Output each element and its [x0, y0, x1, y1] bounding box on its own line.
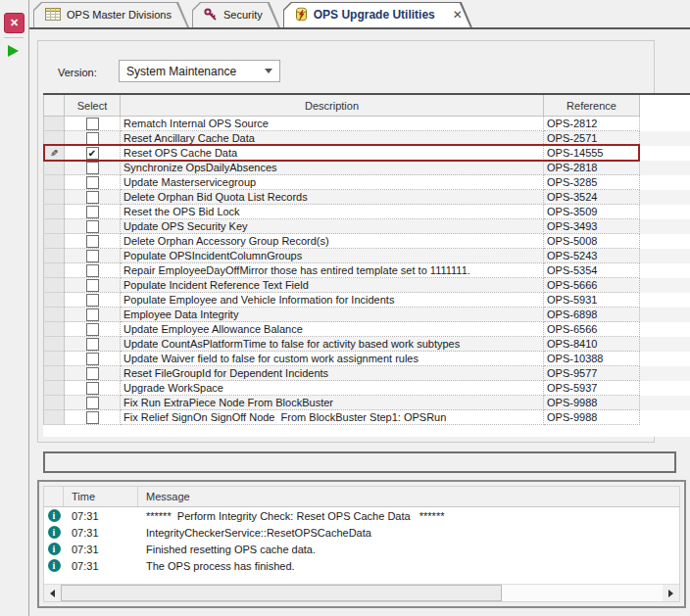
- grid-row[interactable]: Fix Run ExtraPiece Node From BlockBuster…: [43, 396, 690, 410]
- select-cell[interactable]: [65, 366, 121, 381]
- row-checkbox[interactable]: [86, 279, 99, 292]
- log-horizontal-scrollbar[interactable]: [44, 584, 679, 601]
- grid-row[interactable]: Employee Data IntegrityOPS-6898: [43, 308, 690, 322]
- select-cell[interactable]: [65, 396, 121, 410]
- grid-row[interactable]: Reset Ancillary Cache DataOPS-2571: [43, 131, 690, 146]
- play-icon[interactable]: [8, 45, 19, 57]
- grid-header-row: Select Description Reference: [43, 95, 690, 117]
- row-checkbox[interactable]: [86, 220, 99, 233]
- grid-header-select[interactable]: Select: [65, 95, 121, 117]
- row-checkbox[interactable]: [86, 338, 99, 351]
- row-checkbox[interactable]: [86, 397, 99, 409]
- pencil-icon: ✎: [50, 148, 58, 159]
- reference-cell: OPS-3493: [544, 219, 640, 234]
- description-cell: Delete Orphan Bid Quota List Records: [121, 190, 544, 205]
- grid-header-reference[interactable]: Reference: [544, 95, 640, 117]
- grid-row[interactable]: Delete Orphan Bid Quota List RecordsOPS-…: [43, 190, 690, 205]
- tab-ops-master-divisions[interactable]: OPS Master Divisions: [33, 2, 189, 27]
- grid-row[interactable]: Update Employee Allowance BalanceOPS-656…: [43, 322, 690, 337]
- select-cell[interactable]: [65, 131, 121, 146]
- select-cell[interactable]: [65, 263, 121, 278]
- scrollbar-thumb[interactable]: [61, 585, 502, 601]
- tab-close-icon[interactable]: ✕: [453, 8, 463, 22]
- select-cell[interactable]: [65, 205, 121, 219]
- select-cell[interactable]: [65, 381, 121, 396]
- grid-row[interactable]: Populate OPSIncidentColumnGroupsOPS-5243: [43, 249, 690, 263]
- tab-security[interactable]: Security: [192, 2, 280, 27]
- row-indicator: [43, 410, 65, 425]
- grid-row[interactable]: Reset the OPS Bid LockOPS-3509: [43, 205, 690, 219]
- grid-row[interactable]: Synchronize OpsDailyAbsencesOPS-2818: [43, 161, 690, 175]
- select-cell[interactable]: [65, 322, 121, 337]
- version-dropdown-value: System Maintenance: [126, 65, 236, 78]
- row-checkbox[interactable]: [86, 162, 99, 174]
- select-cell[interactable]: [65, 293, 121, 308]
- scroll-left-button[interactable]: [44, 585, 61, 601]
- select-cell[interactable]: [65, 190, 121, 205]
- select-cell[interactable]: [65, 219, 121, 234]
- row-checkbox[interactable]: [86, 353, 99, 365]
- select-cell[interactable]: [65, 278, 121, 293]
- grid-row[interactable]: Reset FileGroupId for Dependent Incident…: [43, 366, 690, 381]
- row-checkbox[interactable]: [86, 206, 99, 218]
- reference-cell: OPS-9988: [544, 396, 640, 410]
- select-cell[interactable]: [65, 410, 121, 425]
- select-cell[interactable]: [65, 117, 121, 131]
- row-checkbox[interactable]: ✔: [86, 147, 99, 160]
- row-checkbox[interactable]: [86, 294, 99, 307]
- reference-cell: OPS-6566: [544, 322, 640, 337]
- log-header-message[interactable]: Message: [138, 487, 679, 506]
- log-time: 07:31: [64, 527, 138, 539]
- grid-row[interactable]: Populate Incident Reference Text FieldOP…: [43, 278, 690, 293]
- reference-cell: OPS-3509: [544, 205, 640, 219]
- arrow-right-icon: [668, 590, 673, 597]
- grid-row[interactable]: Rematch Internal OPS SourceOPS-2812: [43, 117, 690, 131]
- grid-row[interactable]: Delete Orphan Accessory Group Record(s)O…: [43, 234, 690, 249]
- version-dropdown[interactable]: System Maintenance: [119, 60, 280, 82]
- description-cell: Populate Employee and Vehicle Informatio…: [121, 293, 544, 308]
- select-cell[interactable]: [65, 161, 121, 175]
- tab-ops-upgrade-utilities[interactable]: OPS Upgrade Utilities ✕: [283, 2, 472, 27]
- description-cell: Update CountAsPlatformTime to false for …: [121, 337, 544, 352]
- row-indicator: [43, 293, 65, 308]
- row-checkbox[interactable]: [86, 382, 99, 395]
- row-checkbox[interactable]: [86, 235, 99, 248]
- reference-cell: OPS-10388: [544, 352, 640, 366]
- row-checkbox[interactable]: [86, 191, 99, 204]
- row-checkbox[interactable]: [86, 308, 99, 321]
- info-icon: i: [44, 559, 64, 572]
- select-cell[interactable]: [65, 234, 121, 249]
- select-cell[interactable]: [65, 249, 121, 263]
- row-checkbox[interactable]: [86, 367, 99, 380]
- row-checkbox[interactable]: [86, 264, 99, 277]
- row-checkbox[interactable]: [86, 132, 99, 145]
- description-cell: Fix Relief SignOn SignOff Node From Bloc…: [121, 410, 544, 425]
- row-checkbox[interactable]: [86, 176, 99, 189]
- reference-cell: OPS-3285: [544, 175, 640, 190]
- grid-row[interactable]: Update CountAsPlatformTime to false for …: [43, 337, 690, 352]
- select-cell[interactable]: [65, 337, 121, 352]
- grid-row[interactable]: Populate Employee and Vehicle Informatio…: [43, 293, 690, 308]
- scrollbar-track[interactable]: [502, 585, 663, 601]
- grid-row[interactable]: Upgrade WorkSpaceOPS-5937: [43, 381, 690, 396]
- row-checkbox[interactable]: [86, 323, 99, 336]
- close-button[interactable]: ✕: [4, 13, 25, 33]
- row-checkbox[interactable]: [86, 250, 99, 262]
- select-cell[interactable]: ✔: [65, 146, 121, 161]
- grid-row[interactable]: Update OPS Security KeyOPS-3493: [43, 219, 690, 234]
- grid-row[interactable]: ✎✔Reset OPS Cache DataOPS-14555: [43, 146, 690, 161]
- select-cell[interactable]: [65, 175, 121, 190]
- scroll-right-button[interactable]: [663, 585, 679, 601]
- grid-row[interactable]: Update MasterservicegroupOPS-3285: [43, 175, 690, 190]
- grid-row[interactable]: Fix Relief SignOn SignOff Node From Bloc…: [43, 410, 690, 425]
- grid-header-description[interactable]: Description: [121, 95, 544, 117]
- select-cell[interactable]: [65, 308, 121, 322]
- grid-row[interactable]: Repair EmployeeDayOffMirror those has en…: [43, 263, 690, 278]
- log-header-time[interactable]: Time: [64, 487, 138, 506]
- row-checkbox[interactable]: [86, 118, 99, 130]
- row-checkbox[interactable]: [86, 411, 99, 424]
- description-cell: Employee Data Integrity: [121, 308, 544, 322]
- select-cell[interactable]: [65, 352, 121, 366]
- description-cell: Update Masterservicegroup: [121, 175, 544, 190]
- grid-row[interactable]: Update Waiver field to false for custom …: [43, 352, 690, 366]
